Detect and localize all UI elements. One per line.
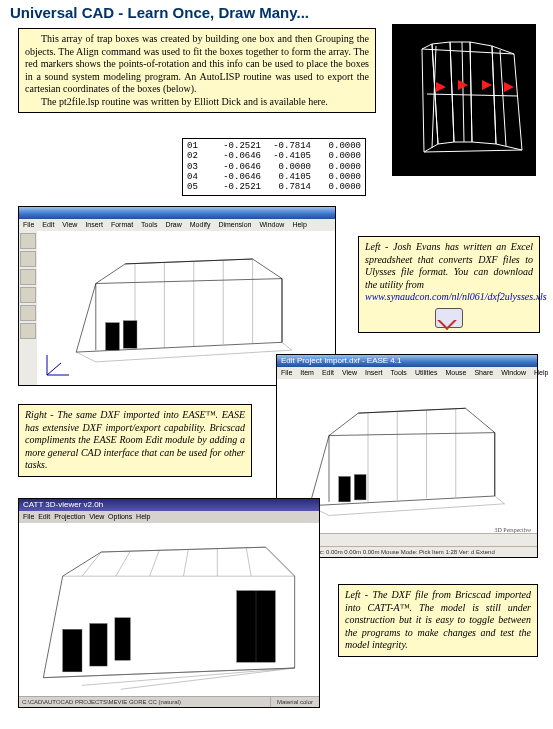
svg-line-1 bbox=[424, 150, 522, 152]
left-catt-caption: Left - The DXF file from Bricscad import… bbox=[338, 584, 538, 657]
svg-rect-28 bbox=[339, 477, 351, 502]
left-ulysses-caption: Left - Josh Evans has written an Excel s… bbox=[358, 236, 540, 333]
svg-marker-8 bbox=[482, 80, 492, 90]
svg-line-21 bbox=[47, 363, 61, 375]
tool-button[interactable] bbox=[20, 269, 36, 285]
trapbox-render bbox=[392, 24, 536, 176]
catt-screenshot: CATT 3D-viewer v2.0h File Edit Projectio… bbox=[18, 498, 320, 708]
svg-line-5 bbox=[500, 50, 506, 146]
catt-status-left: C:\CAD\AUTOCAD PROJECTS\MEVIE GORE CC (n… bbox=[22, 699, 181, 705]
left-catt-caption-text: Left - The DXF file from Bricscad import… bbox=[345, 589, 531, 650]
svg-rect-43 bbox=[115, 618, 130, 661]
tool-button[interactable] bbox=[20, 305, 36, 321]
right-ease-caption-text: Right - The same DXF imported into EASE™… bbox=[25, 409, 245, 470]
tool-button[interactable] bbox=[20, 233, 36, 249]
svg-rect-18 bbox=[123, 321, 137, 348]
catt-status-right: Material color bbox=[270, 697, 319, 707]
svg-line-30 bbox=[82, 552, 101, 576]
intro-para-2: The pt2file.lsp routine was written by E… bbox=[25, 96, 369, 109]
svg-line-32 bbox=[150, 550, 160, 576]
intro-para-1: This array of trap boxes was created by … bbox=[25, 33, 369, 96]
bricscad-toolbar bbox=[19, 231, 38, 385]
ease-titlebar: Edit Project Import.dxf - EASE 4.1 bbox=[277, 355, 537, 367]
svg-line-31 bbox=[116, 551, 131, 576]
svg-line-35 bbox=[246, 548, 251, 576]
svg-line-4 bbox=[462, 42, 464, 142]
ulysses-caption-text: Left - Josh Evans has written an Excel s… bbox=[365, 241, 533, 290]
catt-titlebar: CATT 3D-viewer v2.0h bbox=[19, 499, 319, 511]
svg-rect-29 bbox=[354, 475, 366, 500]
bricscad-titlebar bbox=[19, 207, 335, 219]
catt-canvas bbox=[19, 523, 319, 697]
intro-box: This array of trap boxes was created by … bbox=[18, 28, 376, 113]
catt-statusbar: C:\CAD\AUTOCAD PROJECTS\MEVIE GORE CC (n… bbox=[19, 696, 319, 707]
svg-rect-17 bbox=[106, 323, 120, 350]
svg-line-2 bbox=[427, 94, 518, 96]
tool-button[interactable] bbox=[20, 251, 36, 267]
svg-marker-9 bbox=[504, 82, 514, 92]
svg-rect-42 bbox=[90, 624, 107, 667]
download-icon[interactable] bbox=[435, 308, 463, 328]
svg-marker-6 bbox=[436, 82, 446, 92]
tool-button[interactable] bbox=[20, 287, 36, 303]
coord-table: 01-0.2521-0.78140.0000 02-0.0646-0.41050… bbox=[182, 138, 366, 196]
page-title: Universal CAD - Learn Once, Draw Many... bbox=[10, 4, 309, 21]
right-ease-caption: Right - The same DXF imported into EASE™… bbox=[18, 404, 252, 477]
ulysses-download-link[interactable]: www.synaudcon.com/nl/nl061/dxf2ulysses.x… bbox=[365, 291, 547, 302]
svg-line-39 bbox=[82, 668, 295, 685]
tool-button[interactable] bbox=[20, 323, 36, 339]
svg-rect-41 bbox=[63, 629, 82, 672]
svg-line-33 bbox=[184, 549, 189, 576]
